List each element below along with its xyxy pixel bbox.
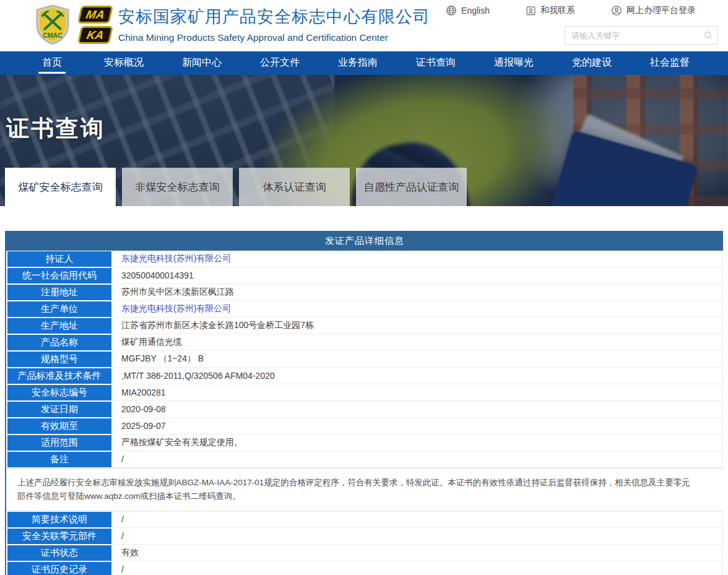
query-tabs: 煤矿安全标志查询 非煤安全标志查询 体系认证查询 自愿性产品认证查询	[5, 168, 467, 206]
row-value: MIA200281	[113, 384, 723, 401]
row-label: 注册地址	[6, 284, 113, 301]
row-value: 2025-09-07	[113, 418, 723, 434]
english-link-label: English	[461, 6, 490, 15]
cmac-shield-logo: CMAC	[33, 4, 72, 45]
table-row: 产品标准及技术条件 ,MT/T 386-2011,Q/320506 AFM04-…	[6, 368, 723, 384]
page-title: 证书查询	[6, 113, 105, 144]
table-row: 生产单位 东捷光电科技(苏州)有限公司	[6, 301, 723, 318]
nav-item-supervision[interactable]: 社会监督	[650, 51, 690, 75]
nav-item-documents[interactable]: 公开文件	[260, 51, 300, 75]
globe-icon	[446, 5, 457, 16]
tab-non-coal-mark[interactable]: 非煤安全标志查询	[122, 168, 233, 206]
detail-title: 发证产品详细信息	[6, 231, 723, 251]
hero-banner: 证书查询 煤矿安全标志查询 非煤安全标志查询 体系认证查询 自愿性产品认证查询	[0, 75, 728, 206]
nav-item-news[interactable]: 新闻中心	[182, 51, 222, 75]
table-row: 适用范围 严格按煤矿安全有关规定使用。	[6, 434, 723, 451]
table-row: 证书状态 有效	[6, 545, 723, 561]
table-row: 安全关联零元部件 /	[6, 528, 723, 545]
row-value: ,MT/T 386-2011,Q/320506 AFM04-2020	[113, 368, 723, 384]
row-label: 安全标志编号	[6, 384, 113, 401]
row-label: 简要技术说明	[6, 511, 113, 528]
site-header: CMAC MA KA 安标国家矿用产品安全标志中心有限公司 China Mini…	[0, 0, 728, 51]
row-label: 安全关联零元部件	[6, 528, 113, 545]
platform-login-label: 网上办理平台登录	[626, 5, 696, 16]
search-input[interactable]	[565, 31, 699, 40]
search-box	[565, 26, 718, 45]
tab-coal-mine-mark[interactable]: 煤矿安全标志查询	[5, 168, 116, 206]
table-row: 生产地址 江苏省苏州市新区木渎金长路100号金桥工业园7栋	[6, 318, 723, 334]
row-value: 苏州市吴中区木渎新区枫江路	[113, 284, 723, 301]
platform-login-link[interactable]: 网上办理平台登录	[611, 5, 696, 16]
table-row: 发证日期 2020-09-08	[6, 401, 723, 418]
table-row: 备注 /	[6, 451, 723, 468]
logo-group: CMAC MA KA	[33, 4, 111, 45]
table-row: 简要技术说明 /	[6, 511, 723, 528]
tab-system-cert[interactable]: 体系认证查询	[239, 168, 350, 206]
site-title-en: China Mining Products Safety Approval an…	[118, 32, 430, 43]
cmac-label: CMAC	[43, 32, 63, 39]
contact-link[interactable]: 和我联系	[526, 5, 575, 16]
ka-badge: KA	[77, 26, 113, 44]
site-title-cn: 安标国家矿用产品安全标志中心有限公司	[118, 6, 430, 28]
row-value: 煤矿用通信光缆	[113, 334, 723, 351]
search-icon	[704, 31, 713, 40]
row-label: 规格型号	[6, 351, 113, 368]
certificate-statement: 上述产品经履行安全标志审核发放实施规则ABGZ-MA-IAA-2017-01规定…	[6, 468, 723, 511]
ma-badge: MA	[77, 6, 113, 24]
row-label: 持证人	[6, 251, 113, 267]
contact-link-label: 和我联系	[540, 5, 575, 16]
tab-voluntary-cert[interactable]: 自愿性产品认证查询	[356, 168, 467, 206]
row-value: /	[113, 528, 723, 545]
row-value: 320500400014391	[113, 267, 723, 284]
nav-item-exposure[interactable]: 通报曝光	[494, 51, 534, 75]
table-row: 安全标志编号 MIA200281	[6, 384, 723, 401]
manufacturer-link[interactable]: 东捷光电科技(苏州)有限公司	[113, 301, 723, 318]
nav-item-guide[interactable]: 业务指南	[338, 51, 378, 75]
nav-item-home[interactable]: 首页	[38, 51, 66, 75]
row-label: 生产地址	[6, 318, 113, 334]
row-label: 有效期至	[6, 418, 113, 434]
row-label: 证书历史记录	[6, 561, 113, 575]
search-button[interactable]	[699, 27, 717, 44]
row-label: 产品标准及技术条件	[6, 368, 113, 384]
table-row: 持证人 东捷光电科技(苏州)有限公司	[6, 251, 723, 267]
table-row: 统一社会信用代码 320500400014391	[6, 267, 723, 284]
table-row: 证书历史记录 /	[6, 561, 723, 575]
row-value: 2020-09-08	[113, 401, 723, 418]
row-label: 产品名称	[6, 334, 113, 351]
row-value: /	[113, 451, 723, 468]
english-link[interactable]: English	[446, 5, 490, 16]
certificate-holder-link[interactable]: 东捷光电科技(苏州)有限公司	[113, 251, 723, 267]
row-value: MGFJBY （1~24） B	[113, 351, 723, 368]
certificate-status: 有效	[113, 545, 723, 561]
nav-item-party[interactable]: 党的建设	[572, 51, 612, 75]
row-value: /	[113, 561, 723, 575]
table-row: 注册地址 苏州市吴中区木渎新区枫江路	[6, 284, 723, 301]
table-row: 产品名称 煤矿用通信光缆	[6, 334, 723, 351]
nav-item-cert-query[interactable]: 证书查询	[416, 51, 456, 75]
row-label: 备注	[6, 451, 113, 468]
user-circle-icon	[611, 5, 622, 16]
main-nav: 首页 安标概况 新闻中心 公开文件 业务指南 证书查询 通报曝光 党的建设 社会…	[0, 51, 728, 75]
row-label: 统一社会信用代码	[6, 267, 113, 284]
nav-item-overview[interactable]: 安标概况	[104, 51, 144, 75]
certificate-detail: 发证产品详细信息 持证人 东捷光电科技(苏州)有限公司 统一社会信用代码 320…	[5, 231, 723, 575]
table-row: 有效期至 2025-09-07	[6, 418, 723, 434]
row-label: 发证日期	[6, 401, 113, 418]
site-titles: 安标国家矿用产品安全标志中心有限公司 China Mining Products…	[118, 6, 430, 43]
maka-logo: MA KA	[79, 6, 111, 44]
row-value: 江苏省苏州市新区木渎金长路100号金桥工业园7栋	[113, 318, 723, 334]
top-links: English 和我联系 网上办理平台登录	[446, 5, 696, 16]
row-value: /	[113, 511, 723, 528]
row-label: 适用范围	[6, 434, 113, 451]
table-row: 规格型号 MGFJBY （1~24） B	[6, 351, 723, 368]
row-value: 严格按煤矿安全有关规定使用。	[113, 434, 723, 451]
contact-card-icon	[526, 6, 536, 16]
row-label: 证书状态	[6, 545, 113, 561]
row-label: 生产单位	[6, 301, 113, 318]
